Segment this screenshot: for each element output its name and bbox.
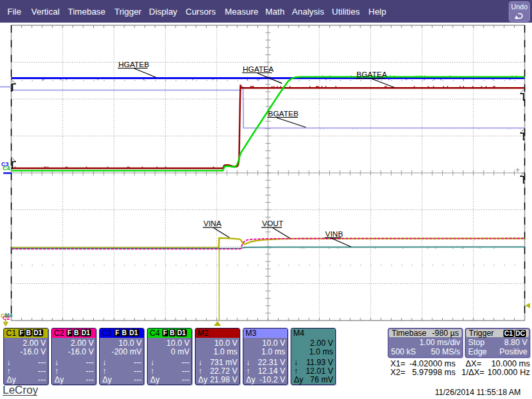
svg-text:HGATEB: HGATEB [118, 61, 150, 68]
svg-text:VOUT: VOUT [262, 219, 283, 227]
svg-text:C4: C4 [3, 165, 10, 172]
svg-text:HGATEA: HGATEA [243, 65, 274, 73]
svg-text:VINA: VINA [203, 219, 221, 227]
svg-text:VINB: VINB [325, 230, 343, 238]
svg-text:BGATEA: BGATEA [356, 70, 387, 78]
svg-text:BGATEB: BGATEB [268, 110, 299, 118]
svg-text:M4: M4 [5, 312, 13, 319]
